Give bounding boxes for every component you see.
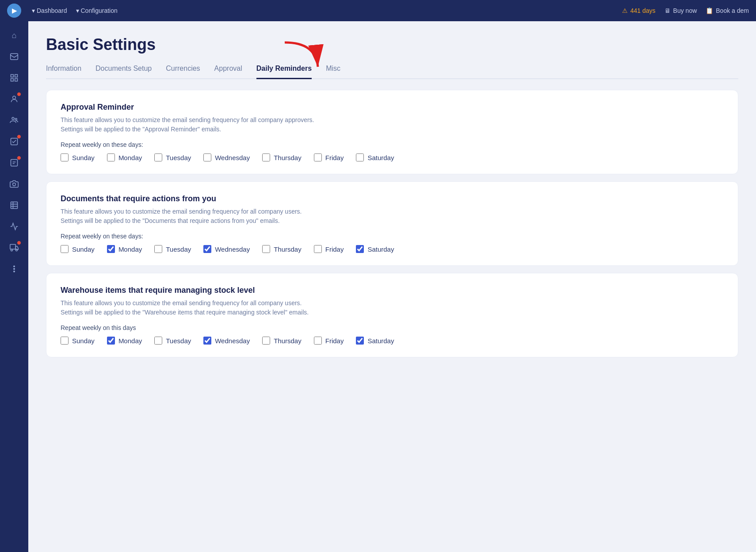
svg-rect-12 xyxy=(10,245,15,249)
day-monday-docs[interactable]: Monday xyxy=(107,245,142,253)
checkbox-sunday-warehouse[interactable] xyxy=(61,337,69,345)
sidebar-item-analytics[interactable] xyxy=(5,218,23,235)
svg-rect-2 xyxy=(15,75,18,77)
sidebar-item-home[interactable]: ⌂ xyxy=(5,27,23,44)
alert-days: ⚠ 441 days xyxy=(622,7,656,14)
svg-rect-11 xyxy=(11,202,18,209)
tab-documents-setup[interactable]: Documents Setup xyxy=(95,65,152,79)
svg-point-7 xyxy=(15,118,17,120)
svg-point-13 xyxy=(11,249,13,251)
day-monday-warehouse[interactable]: Monday xyxy=(107,337,142,345)
day-sunday-docs[interactable]: Sunday xyxy=(61,245,95,253)
day-saturday-approval[interactable]: Saturday xyxy=(356,153,394,161)
svg-point-14 xyxy=(15,249,17,251)
top-right-actions: ⚠ 441 days 🖥 Buy now 📋 Book a dem xyxy=(622,7,749,14)
approval-reminder-title: Approval Reminder xyxy=(61,103,724,112)
checkbox-friday-docs[interactable] xyxy=(314,245,322,253)
checkbox-friday-warehouse[interactable] xyxy=(314,337,322,345)
day-saturday-docs[interactable]: Saturday xyxy=(356,245,394,253)
warehouse-repeat-label: Repeat weekly on this days xyxy=(61,324,724,331)
day-tuesday-docs[interactable]: Tuesday xyxy=(154,245,191,253)
day-wednesday-warehouse[interactable]: Wednesday xyxy=(203,337,250,345)
top-menu: ▾ Dashboard ▾ Configuration xyxy=(32,7,611,14)
book-demo-button[interactable]: 📋 Book a dem xyxy=(706,7,749,14)
checkbox-tuesday-docs[interactable] xyxy=(154,245,162,253)
tab-misc[interactable]: Misc xyxy=(326,65,340,79)
approval-repeat-label: Repeat weekly on these days: xyxy=(61,141,724,148)
day-friday-docs[interactable]: Friday xyxy=(314,245,344,253)
day-sunday-warehouse[interactable]: Sunday xyxy=(61,337,95,345)
checkbox-saturday-warehouse[interactable] xyxy=(356,337,364,345)
day-saturday-warehouse[interactable]: Saturday xyxy=(356,337,394,345)
tab-currencies[interactable]: Currencies xyxy=(166,65,200,79)
sidebar: ⌂ xyxy=(0,21,28,552)
nav-configuration[interactable]: ▾ Configuration xyxy=(76,7,118,14)
sidebar-item-inbox[interactable] xyxy=(5,48,23,65)
page-title: Basic Settings xyxy=(46,35,738,54)
day-friday-approval[interactable]: Friday xyxy=(314,153,344,161)
checkbox-wednesday-warehouse[interactable] xyxy=(203,337,211,345)
monitor-icon: 🖥 xyxy=(664,7,671,14)
svg-point-16 xyxy=(14,268,15,270)
checkbox-tuesday-approval[interactable] xyxy=(154,153,162,161)
tabs-container: Information Documents Setup Currencies A… xyxy=(46,65,738,79)
day-thursday-approval[interactable]: Thursday xyxy=(262,153,302,161)
chevron-down-icon: ▾ xyxy=(32,7,35,14)
tab-approval[interactable]: Approval xyxy=(214,65,242,79)
sidebar-item-camera[interactable] xyxy=(5,175,23,193)
documents-repeat-label: Repeat weekly on these days: xyxy=(61,233,724,240)
approval-reminder-desc: This feature allows you to customize the… xyxy=(61,115,724,134)
checkbox-friday-approval[interactable] xyxy=(314,153,322,161)
tabs: Information Documents Setup Currencies A… xyxy=(46,65,738,79)
day-thursday-warehouse[interactable]: Thursday xyxy=(262,337,302,345)
buy-now-button[interactable]: 🖥 Buy now xyxy=(664,7,697,14)
main-content: Basic Settings Information Documents Set… xyxy=(28,21,756,552)
checkbox-wednesday-approval[interactable] xyxy=(203,153,211,161)
sidebar-item-grid[interactable] xyxy=(5,69,23,87)
day-wednesday-approval[interactable]: Wednesday xyxy=(203,153,250,161)
approval-days-row: Sunday Monday Tuesday Wednesday Thursday xyxy=(61,153,724,161)
svg-rect-3 xyxy=(11,79,14,81)
checkbox-sunday-approval[interactable] xyxy=(61,153,69,161)
sidebar-item-table[interactable] xyxy=(5,196,23,214)
checkbox-tuesday-warehouse[interactable] xyxy=(154,337,162,345)
top-navigation: ▶ ▾ Dashboard ▾ Configuration ⚠ 441 days… xyxy=(0,0,756,21)
day-friday-warehouse[interactable]: Friday xyxy=(314,337,344,345)
documents-days-row: Sunday Monday Tuesday Wednesday Thursday xyxy=(61,245,724,253)
warehouse-desc: This feature allows you to customize the… xyxy=(61,299,724,317)
checkbox-thursday-docs[interactable] xyxy=(262,245,270,253)
chevron-down-icon: ▾ xyxy=(76,7,79,14)
sidebar-item-users[interactable] xyxy=(5,90,23,108)
checkbox-saturday-docs[interactable] xyxy=(356,245,364,253)
sidebar-item-team[interactable] xyxy=(5,111,23,129)
brand-logo[interactable]: ▶ xyxy=(7,4,21,18)
svg-rect-9 xyxy=(11,160,18,166)
day-sunday-approval[interactable]: Sunday xyxy=(61,153,95,161)
tab-information[interactable]: Information xyxy=(46,65,81,79)
sidebar-item-reports[interactable] xyxy=(5,154,23,172)
checkbox-thursday-warehouse[interactable] xyxy=(262,337,270,345)
checkbox-saturday-approval[interactable] xyxy=(356,153,364,161)
sidebar-item-more[interactable] xyxy=(5,260,23,278)
checkbox-monday-docs[interactable] xyxy=(107,245,115,253)
tab-daily-reminders[interactable]: Daily Reminders xyxy=(256,65,312,79)
svg-point-17 xyxy=(14,271,15,272)
checkbox-thursday-approval[interactable] xyxy=(262,153,270,161)
sidebar-item-tasks[interactable] xyxy=(5,133,23,150)
checkbox-wednesday-docs[interactable] xyxy=(203,245,211,253)
svg-point-5 xyxy=(13,96,16,99)
svg-rect-1 xyxy=(11,75,14,77)
warehouse-days-row: Sunday Monday Tuesday Wednesday Thursday xyxy=(61,337,724,345)
sidebar-item-truck[interactable] xyxy=(5,239,23,257)
checkbox-sunday-docs[interactable] xyxy=(61,245,69,253)
day-thursday-docs[interactable]: Thursday xyxy=(262,245,302,253)
day-tuesday-warehouse[interactable]: Tuesday xyxy=(154,337,191,345)
checkbox-monday-warehouse[interactable] xyxy=(107,337,115,345)
checkbox-monday-approval[interactable] xyxy=(107,153,115,161)
day-monday-approval[interactable]: Monday xyxy=(107,153,142,161)
svg-point-10 xyxy=(13,183,16,186)
day-tuesday-approval[interactable]: Tuesday xyxy=(154,153,191,161)
nav-dashboard[interactable]: ▾ Dashboard xyxy=(32,7,67,14)
warning-icon: ⚠ xyxy=(622,7,628,14)
day-wednesday-docs[interactable]: Wednesday xyxy=(203,245,250,253)
